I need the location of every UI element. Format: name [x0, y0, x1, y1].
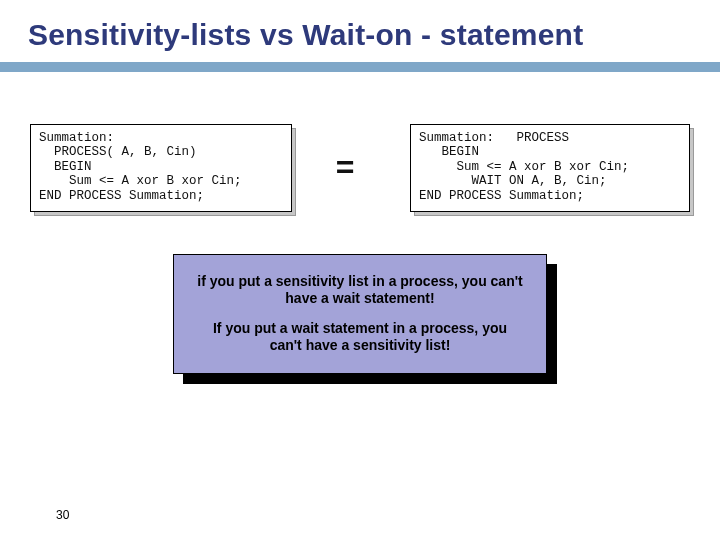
code-box-sensitivity-list: Summation: PROCESS( A, B, Cin) BEGIN Sum… — [30, 124, 292, 212]
title-rule-wrap — [28, 62, 692, 82]
code-right-wrap: Summation: PROCESS BEGIN Sum <= A xor B … — [410, 124, 690, 212]
note-wrap: if you put a sensitivity list in a proce… — [173, 254, 547, 374]
page-number: 30 — [56, 508, 69, 522]
note-paragraph-1: if you put a sensitivity list in a proce… — [196, 273, 524, 308]
code-box-wait-on: Summation: PROCESS BEGIN Sum <= A xor B … — [410, 124, 690, 212]
slide: Sensitivity-lists vs Wait-on - statement… — [0, 0, 720, 540]
note-box: if you put a sensitivity list in a proce… — [173, 254, 547, 374]
code-left-wrap: Summation: PROCESS( A, B, Cin) BEGIN Sum… — [30, 124, 292, 212]
slide-title: Sensitivity-lists vs Wait-on - statement — [28, 18, 692, 52]
code-row: Summation: PROCESS( A, B, Cin) BEGIN Sum… — [28, 124, 692, 212]
note-paragraph-2: If you put a wait statement in a process… — [196, 320, 524, 355]
equals-symbol: = — [336, 149, 355, 186]
title-underline — [0, 62, 720, 72]
